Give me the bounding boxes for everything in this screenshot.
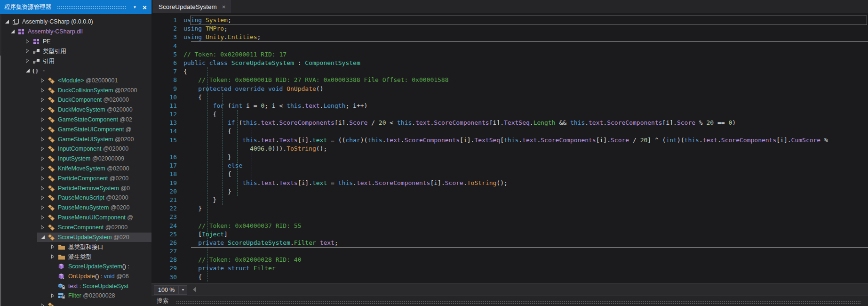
tree-row[interactable]: KnifeMoveSystem @02000 — [0, 164, 151, 174]
tree-row[interactable]: *OnUpdate() : void @06 — [0, 272, 151, 282]
expander-collapsed-icon[interactable] — [25, 58, 30, 64]
tree-row[interactable]: GameStateUISystem @0200 — [0, 135, 151, 145]
tree-row[interactable]: PE — [0, 37, 151, 47]
tree-row[interactable]: PauseMenuScript @02000 — [0, 193, 151, 203]
code-text: // Token: 0x04000037 RID: 55 — [183, 222, 301, 230]
tree-row[interactable]: ParticleRemoveSystem @0 — [0, 184, 151, 193]
tree-row[interactable]: GameStateUIComponent @ — [0, 125, 151, 135]
tree-row[interactable]: Assembly-CSharp.dll — [0, 27, 151, 37]
code-text: 4096.0))).ToString(); — [183, 145, 327, 153]
expander-collapsed-icon[interactable] — [40, 146, 45, 152]
tab-close-icon[interactable]: × — [222, 3, 226, 10]
tree-row[interactable]: Filter @02000028 — [0, 291, 151, 301]
search-panel-title: 搜索 — [157, 297, 168, 305]
expander-collapsed-icon[interactable] — [40, 303, 45, 306]
tree-row[interactable]: DuckMoveSystem @020000 — [0, 105, 151, 115]
assembly-explorer-titlebar[interactable]: 程序集资源管理器 ▼ × — [0, 0, 151, 14]
tree-row[interactable]: ParticleComponent @0200 — [0, 174, 151, 184]
tree-row-label: OnUpdate() : void @06 — [68, 273, 129, 280]
code-editor[interactable]: 1using System;2using TMPro;3using Unity.… — [151, 13, 868, 283]
tree-row[interactable]: GameStateComponent @02 — [0, 115, 151, 125]
line-number: 1 — [151, 16, 183, 24]
tree-row[interactable]: 引用 — [0, 56, 151, 66]
tree-row[interactable]: 派生类型 — [0, 252, 151, 262]
tree-row[interactable]: InputComponent @020000 — [0, 144, 151, 154]
expander-collapsed-icon[interactable] — [51, 293, 56, 298]
expander-collapsed-icon[interactable] — [40, 225, 45, 230]
tab-bar: ScoreUpdateSystem × — [151, 0, 868, 13]
tree-row[interactable]: ScoreComponent @02000 — [0, 223, 151, 233]
tree-row[interactable]: DuckCollisionSystem @02000 — [0, 86, 151, 96]
tree-scrollbar-thumb[interactable] — [0, 56, 1, 306]
expander-collapsed-icon[interactable] — [40, 117, 45, 122]
tree-row[interactable]: ScoreUpdateSystem @020 — [0, 233, 151, 242]
tree-row[interactable] — [0, 301, 151, 306]
tree-row-label: DuckCollisionSystem @02000 — [58, 87, 137, 94]
line-number: 21 — [151, 196, 183, 204]
expander-expanded-icon[interactable] — [5, 19, 9, 24]
expander-expanded-icon[interactable] — [25, 68, 30, 73]
expander-collapsed-icon[interactable] — [40, 137, 45, 142]
expander-collapsed-icon[interactable] — [40, 127, 45, 132]
scroll-left-arrow-icon[interactable] — [193, 287, 196, 292]
tree-row[interactable]: 类型引用 — [0, 46, 151, 56]
expander-collapsed-icon[interactable] — [40, 166, 45, 171]
expander-collapsed-icon[interactable] — [40, 195, 45, 201]
expander-collapsed-icon[interactable] — [40, 186, 45, 191]
search-panel-header[interactable]: 搜索 — [151, 296, 868, 306]
tab-scoreupdatesystem[interactable]: ScoreUpdateSystem × — [153, 0, 231, 13]
panel-close-button[interactable]: × — [141, 3, 149, 11]
tree-row[interactable]: PauseMenuSystem @0200 — [0, 203, 151, 213]
expander-expanded-icon[interactable] — [10, 29, 15, 34]
code-line: 13 if (this.text.ScoreComponents[i].Scor… — [151, 119, 868, 127]
tree-row-label: 引用 — [43, 57, 55, 65]
code-line: 20 } — [151, 187, 868, 196]
expander-collapsed-icon[interactable] — [51, 254, 56, 259]
tree-row-label: ScoreComponent @02000 — [58, 224, 127, 231]
expander-collapsed-icon[interactable] — [40, 78, 45, 83]
expander-collapsed-icon[interactable] — [40, 205, 45, 210]
tree-row[interactable]: <Module> @02000001 — [0, 76, 151, 86]
tree-row-label: PauseMenuUIComponent @ — [58, 214, 133, 221]
struct-icon — [58, 292, 66, 299]
expander-collapsed-icon[interactable] — [25, 48, 30, 54]
tree-row[interactable]: text : ScoreUpdateSyst — [0, 282, 151, 291]
tree-row[interactable]: PauseMenuUIComponent @ — [0, 213, 151, 223]
code-line: 11 for (int i = 0; i < this.text.Length;… — [151, 102, 868, 110]
panel-dropdown-button[interactable]: ▼ — [131, 3, 139, 11]
class-icon — [48, 175, 56, 182]
tree-row[interactable]: Assembly-CSharp (0.0.0.0) — [0, 17, 151, 27]
namespace-icon: { } — [32, 67, 40, 74]
code-text: } — [183, 204, 202, 213]
code-line: 30 { — [151, 273, 868, 282]
tree-row[interactable]: { }- — [0, 66, 151, 76]
expander-collapsed-icon[interactable] — [40, 176, 45, 181]
line-number: 6 — [151, 59, 183, 67]
expander-collapsed-icon[interactable] — [40, 97, 45, 103]
titlebar-dots-texture — [57, 6, 126, 10]
expander-collapsed-icon[interactable] — [40, 215, 45, 220]
line-number: 13 — [151, 119, 183, 127]
tree-row[interactable]: InputSystem @02000009 — [0, 154, 151, 164]
code-text: protected override void OnUpdate() — [183, 85, 323, 93]
expander-collapsed-icon[interactable] — [25, 39, 30, 44]
line-number: 30 — [151, 273, 183, 282]
tree-scrollbar[interactable] — [0, 14, 1, 306]
tree-row[interactable]: 基类型和接口 — [0, 242, 151, 252]
expander-collapsed-icon[interactable] — [40, 107, 45, 113]
tree-row[interactable]: ScoreUpdateSystem() : — [0, 262, 151, 272]
expander-expanded-icon[interactable] — [40, 235, 45, 240]
code-line: 14 { — [151, 127, 868, 136]
tree-row-label: text : ScoreUpdateSyst — [68, 283, 128, 290]
expander-collapsed-icon[interactable] — [51, 244, 56, 250]
expander-collapsed-icon[interactable] — [40, 88, 45, 93]
zoom-dropdown-button[interactable]: ▼ — [179, 285, 187, 295]
expander-collapsed-icon[interactable] — [40, 156, 45, 161]
line-number: 27 — [151, 247, 183, 256]
assembly-tree[interactable]: Assembly-CSharp (0.0.0.0)Assembly-CSharp… — [0, 14, 151, 306]
code-line: 10 { — [151, 93, 868, 102]
zoom-level-select[interactable]: 100 % — [154, 285, 179, 295]
tree-row[interactable]: DuckComponent @020000 — [0, 95, 151, 105]
code-text: this.text.Texts[i].text = ((char)(this.t… — [183, 136, 832, 145]
horizontal-scrollbar[interactable] — [187, 284, 868, 296]
